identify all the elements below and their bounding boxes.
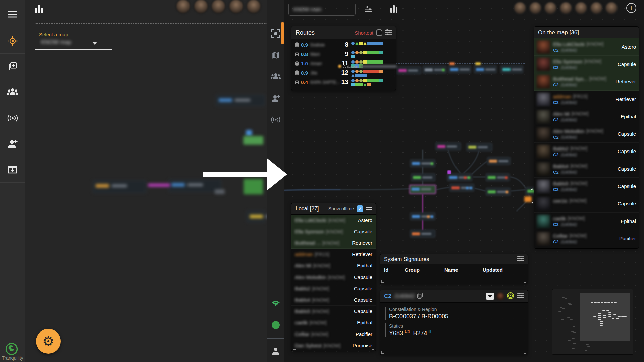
on-map-row[interactable]: Ella Syonson[KNOW]C2J140642Capsule	[534, 56, 639, 73]
add-map-icon[interactable]	[0, 54, 25, 79]
system-info-header[interactable]: C2 J140642	[380, 290, 528, 303]
on-the-map-header[interactable]: On the map [36]	[534, 27, 639, 38]
delete-route-icon[interactable]	[295, 50, 301, 58]
local-row[interactable]: caelik[KNOW]Epithal	[291, 317, 376, 328]
my-location-icon[interactable]	[0, 28, 25, 54]
map-system-node[interactable]	[396, 66, 421, 74]
map-system-node[interactable]	[448, 65, 471, 73]
map-filter-icon[interactable]	[365, 6, 372, 14]
map-system-node[interactable]	[411, 173, 435, 181]
map-system-node[interactable]	[487, 157, 511, 165]
on-map-row[interactable]: caelik[KNOW]C2J140642Epithal	[534, 213, 639, 230]
on-map-row[interactable]: Babls4[KNOW]C2J140642Capsule	[534, 160, 639, 178]
local-row[interactable]: Celltar[KNOW]Pacifier	[291, 328, 376, 340]
map-system-node[interactable]	[486, 188, 511, 196]
center-focus-icon[interactable]	[267, 29, 284, 38]
delete-route-icon[interactable]	[295, 69, 301, 76]
avatar[interactable]	[605, 1, 618, 15]
local-row[interactable]: Babls2[KNOW]Capsule	[291, 283, 376, 294]
system-owner-avatar[interactable]	[497, 293, 504, 300]
on-map-row[interactable]: Celltar[KNOW]C2J140642Pacifier	[534, 230, 639, 247]
copy-icon[interactable]	[417, 293, 423, 300]
local-row[interactable]: addman[FR1S]Retriever	[291, 249, 376, 260]
avatar[interactable]	[175, 0, 191, 14]
map-system-node[interactable]	[500, 65, 523, 73]
local-row[interactable]: Dan Sylvest[KNOW]Porpoise	[291, 340, 376, 351]
minimap[interactable]	[552, 289, 633, 355]
signatures-header[interactable]: System Signatures	[380, 254, 528, 264]
avatar[interactable]	[574, 1, 588, 15]
import-icon[interactable]	[0, 157, 25, 183]
delete-route-icon[interactable]	[295, 78, 301, 86]
map-system-node[interactable]	[447, 173, 472, 181]
resize-handle[interactable]	[381, 351, 384, 354]
target-rings-icon[interactable]	[507, 292, 514, 301]
map-system-node[interactable]	[449, 184, 474, 192]
resize-handle[interactable]	[392, 87, 394, 89]
avatar[interactable]	[246, 0, 261, 14]
map-system-node[interactable]	[410, 212, 435, 220]
settings-fab-button[interactable]: ⚙	[36, 329, 61, 354]
route-row[interactable]: 0.4КАРА ЗАРТЕ...13	[295, 78, 392, 88]
system-settings-icon[interactable]	[517, 293, 524, 300]
person-add-icon[interactable]	[0, 131, 25, 157]
local-header[interactable]: Local [27] Show offline ✓	[291, 203, 376, 215]
avatar[interactable]	[529, 1, 542, 15]
broadcast-icon[interactable]	[267, 116, 284, 123]
route-row[interactable]: 0.9Dodixie8	[295, 41, 392, 50]
map-select-dropdown[interactable]: KNOW map	[41, 39, 71, 46]
show-offline-checkbox[interactable]: ✓	[357, 205, 363, 212]
on-map-row[interactable]: Ella LokClocki[KNOW]C2J140642Astero	[534, 38, 639, 56]
groups-icon[interactable]	[267, 73, 284, 80]
avatar[interactable]	[228, 0, 244, 14]
map-system-node[interactable]	[410, 159, 435, 167]
on-map-row[interactable]: Butthead Syo...[KNOW]C2J140642Retriever	[534, 73, 639, 90]
map-system-node[interactable]	[435, 142, 461, 150]
local-menu-icon[interactable]	[366, 206, 372, 212]
map-name-input[interactable]: KNOW main	[288, 3, 356, 16]
map-system-node[interactable]	[474, 65, 497, 73]
profile-icon[interactable]	[267, 347, 284, 355]
map-system-node[interactable]	[409, 185, 436, 194]
avatar[interactable]	[590, 1, 603, 15]
routes-header[interactable]: Routes Shortest	[291, 26, 396, 39]
signatures-settings-icon[interactable]	[517, 256, 524, 263]
minimap-viewport[interactable]	[580, 293, 630, 341]
local-row[interactable]: Alex Molodkin[KNOW]Capsule	[291, 272, 376, 283]
map-system-node[interactable]	[486, 173, 510, 181]
resize-handle[interactable]	[293, 87, 296, 89]
menu-icon[interactable]	[0, 0, 25, 28]
delete-route-icon[interactable]	[295, 60, 301, 67]
on-map-row[interactable]: Babls2[KNOW]C2J140642Capsule	[534, 143, 639, 160]
on-map-row[interactable]: Alex Molodkin[KNOW]C2J140642Capsule	[534, 125, 639, 143]
avatar[interactable]	[193, 0, 209, 14]
signatures-column-name[interactable]: Name	[444, 267, 483, 273]
sort-filter-icon[interactable]	[486, 293, 494, 300]
map-system-node[interactable]	[410, 230, 435, 238]
broadcast-icon[interactable]	[0, 105, 25, 131]
on-map-row[interactable]: Babls5[KNOW]C2J140642Capsule	[534, 178, 639, 195]
on-map-row[interactable]: Alex Mi[KNOW]C2J140642Epithal	[534, 108, 639, 125]
groups-icon[interactable]	[0, 79, 25, 105]
routes-mode-checkbox[interactable]	[376, 29, 382, 36]
signatures-column-group[interactable]: Group	[405, 267, 444, 273]
resize-handle[interactable]	[372, 347, 374, 350]
map-system-node[interactable]	[423, 66, 447, 74]
dropdown-arrow-icon[interactable]	[92, 42, 97, 45]
resize-handle[interactable]	[524, 280, 526, 283]
local-row[interactable]: Babls5[KNOW]Capsule	[291, 306, 376, 317]
local-row[interactable]: Ella Syonson[KNOW]Capsule	[291, 226, 376, 237]
local-row[interactable]: Ella LokClocki[KNOW]Astero	[291, 215, 376, 226]
resize-handle[interactable]	[381, 280, 384, 283]
avatar[interactable]	[513, 1, 527, 15]
add-character-icon[interactable]: +	[626, 3, 636, 13]
resize-handle[interactable]	[293, 347, 296, 350]
route-row[interactable]: 0.9Jita12	[295, 69, 392, 78]
on-map-row[interactable]: addman[FR1S]C2J140642Retriever	[534, 90, 639, 108]
resize-handle[interactable]	[524, 351, 526, 354]
local-row[interactable]: Alex Mi[KNOW]Epithal	[291, 260, 376, 272]
signatures-column-updated[interactable]: Updated	[483, 267, 523, 273]
route-row[interactable]: 0.8Mani9	[295, 50, 392, 60]
stats-icon[interactable]	[35, 4, 43, 14]
map-system-node[interactable]	[466, 143, 492, 151]
